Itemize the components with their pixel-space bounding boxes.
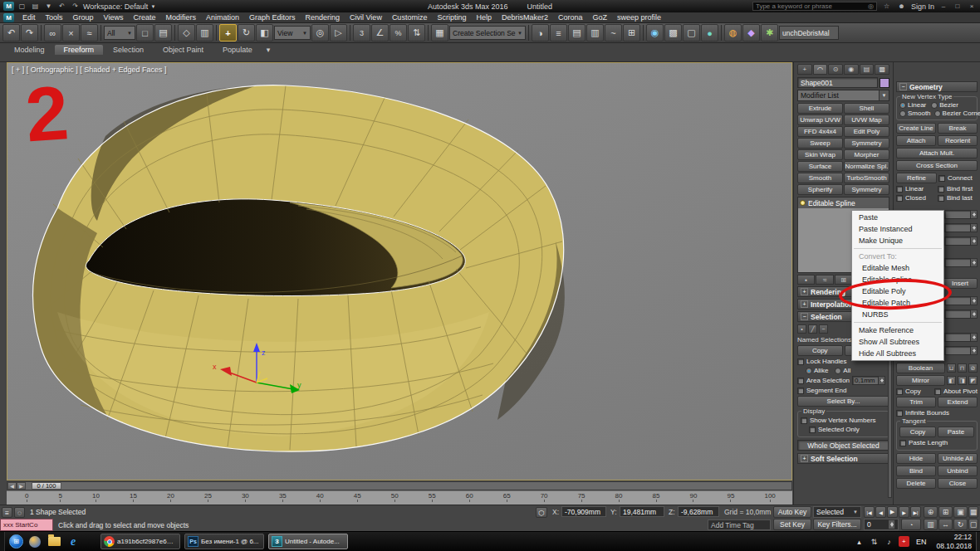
debrismaker-icon[interactable]: ✱ (761, 24, 778, 41)
menu-item-paste-instanced[interactable]: Paste Instanced (852, 223, 943, 235)
extend-button[interactable]: Extend (938, 397, 978, 407)
menu-graph-editors[interactable]: Graph Editors (244, 12, 301, 22)
numeric-spinner[interactable] (944, 236, 978, 246)
visibility-bulb-icon[interactable] (800, 200, 806, 206)
selection-filter-select[interactable]: All▼ (104, 26, 135, 40)
show-vertex-numbers-checkbox[interactable]: Show Vertex Numbers (801, 417, 886, 424)
next-frame-icon[interactable]: ▶ (17, 482, 26, 490)
object-name-field[interactable]: Shape001 (797, 77, 878, 88)
boolean-button[interactable]: Boolean (896, 363, 945, 373)
set-key-button[interactable]: Set Key (773, 519, 811, 530)
zoom-region-icon[interactable]: ▥ (924, 519, 938, 530)
weld-threshold-spinner[interactable] (944, 223, 978, 232)
modifier-button-smooth[interactable]: Smooth (797, 173, 843, 183)
search-box[interactable]: ◎ (752, 2, 877, 11)
mirror-button[interactable]: Mirror (896, 375, 945, 386)
smooth-vertex-radio[interactable]: Smooth (899, 110, 931, 117)
edit-named-selection-sets-icon[interactable]: ▦ (431, 24, 448, 41)
about-pivot-checkbox[interactable]: About Pivot (934, 388, 978, 395)
unbind-button[interactable]: Unbind (938, 466, 978, 476)
utilities-tab-icon[interactable]: ▩ (875, 64, 889, 75)
mirror-both-icon[interactable]: ◩ (968, 376, 978, 385)
hide-button[interactable]: Hide (896, 453, 936, 464)
network-icon[interactable]: ⇅ (869, 536, 880, 547)
select-and-move-icon[interactable]: + (219, 24, 237, 41)
time-config-icon[interactable]: ◔ (901, 519, 921, 530)
create-tab-icon[interactable]: + (797, 64, 812, 75)
bind-to-space-warp-icon[interactable]: ≈ (81, 24, 98, 41)
maximize-viewport-icon[interactable]: ▢ (968, 519, 978, 530)
search-input[interactable] (756, 2, 868, 10)
go-to-start-button[interactable]: |◀ (864, 506, 875, 518)
time-slider-handle[interactable]: 0 / 100 (32, 482, 61, 490)
menu-customize[interactable]: Customize (387, 12, 433, 22)
menu-item-make-unique[interactable]: Make Unique (852, 235, 943, 246)
mesh-object[interactable] (32, 85, 564, 451)
use-pivot-center-icon[interactable]: ◎ (311, 24, 329, 41)
rendered-frame-window-icon[interactable]: ▢ (683, 24, 700, 41)
modifier-button-extrude[interactable]: Extrude (797, 103, 843, 114)
snaps-toggle-icon[interactable]: 3 (353, 24, 370, 41)
bind-first-checkbox[interactable]: Bind first (938, 185, 978, 193)
break-button[interactable]: Break (938, 123, 978, 134)
boolean-union-icon[interactable]: ⊔ (947, 363, 956, 373)
key-filters-button[interactable]: Key Filters... (813, 519, 861, 530)
segment-end-checkbox[interactable]: Segment End (797, 387, 889, 394)
mirror-icon[interactable]: ◑ (532, 24, 549, 41)
make-unique-icon[interactable]: ⊞ (835, 275, 852, 285)
zoom-icon[interactable]: ⊕ (924, 506, 938, 518)
modifier-button-unwrap-uvw[interactable]: Unwrap UVW (797, 115, 843, 125)
numeric-spinner[interactable] (944, 310, 978, 319)
mirror-vertical-icon[interactable]: ◨ (958, 376, 967, 385)
modifier-button-surface[interactable]: Surface (797, 161, 843, 172)
copy-named-selection-button[interactable]: Copy (797, 345, 843, 356)
ribbon-tab-freeform[interactable]: Freeform (55, 45, 104, 55)
close-spline-button[interactable]: Close (938, 478, 978, 489)
modifier-button-morpher[interactable]: Morpher (844, 149, 889, 160)
y-coord-field[interactable]: 19,481mm (620, 506, 664, 517)
ribbon-tab-selection[interactable]: Selection (104, 45, 153, 55)
menu-sweep-profile[interactable]: sweep profile (612, 12, 666, 22)
menu-create[interactable]: Create (128, 12, 160, 22)
menu-civil-view[interactable]: Civil View (345, 12, 387, 22)
show-end-result-icon[interactable]: ≈ (816, 275, 833, 285)
previous-frame-button[interactable]: ◀ (875, 506, 886, 518)
modifier-button-turbosmooth[interactable]: TurboSmooth (844, 173, 889, 183)
selection-lock-icon[interactable]: ⬡ (536, 507, 547, 518)
closed-checkbox[interactable]: Closed (896, 194, 936, 202)
internet-explorer-icon[interactable]: e (66, 534, 81, 549)
viewport-label[interactable]: [ + ] [ Orthographic ] [ Shaded + Edged … (12, 66, 167, 74)
time-slider[interactable]: ◀ ▶ 0 / 100 (7, 481, 792, 490)
window-crossing-icon[interactable]: ▥ (196, 24, 213, 41)
unhide-all-button[interactable]: Unhide All (938, 453, 978, 464)
corona-icon[interactable]: ◍ (724, 24, 742, 41)
tangent-copy-button[interactable]: Copy (899, 427, 936, 437)
taskbar-app-3dsmax[interactable]: 3 Untitled - Autode... (268, 534, 348, 549)
reference-coordinate-select[interactable]: View▼ (274, 26, 311, 40)
undo-quick-icon[interactable]: ↶ (56, 2, 67, 11)
curve-editor-icon[interactable]: ~ (605, 24, 622, 41)
modifier-button-symmetry2[interactable]: Symmetry (844, 184, 889, 195)
auto-key-button[interactable]: Auto Key (773, 506, 811, 518)
material-editor-icon[interactable]: ◉ (646, 24, 664, 41)
star-icon[interactable]: ☆ (881, 2, 892, 11)
segment-subobject-icon[interactable]: ╱ (808, 324, 817, 334)
modifier-button-skin-wrap[interactable]: Skin Wrap (797, 149, 843, 160)
menu-item-editable-mesh[interactable]: Editable Mesh (852, 262, 943, 274)
volume-icon[interactable]: ♪ (884, 536, 894, 547)
area-selection-spinner[interactable]: 0,1mm (852, 376, 885, 385)
language-indicator[interactable]: EN (914, 538, 929, 546)
explorer-folder-icon[interactable] (47, 534, 61, 549)
named-selection-set-select[interactable]: Create Selection Se▼ (449, 26, 526, 40)
spinner-snap-icon[interactable]: ⇅ (408, 24, 425, 41)
attach-button[interactable]: Attach (896, 135, 936, 146)
linear-checkbox[interactable]: Linear (896, 185, 936, 193)
rollout-geometry[interactable]: −Geometry (896, 81, 978, 92)
menu-views[interactable]: Views (99, 12, 129, 22)
menu-scripting[interactable]: Scripting (432, 12, 471, 22)
taskbar-clock[interactable]: 22:12 08.10.2018 (936, 533, 972, 549)
linear-vertex-radio[interactable]: Linear (899, 101, 926, 109)
select-and-link-icon[interactable]: ∞ (44, 24, 61, 41)
maxscript-listener-icon[interactable]: ≡ (2, 507, 12, 518)
zoom-all-icon[interactable]: ⊞ (938, 506, 953, 518)
